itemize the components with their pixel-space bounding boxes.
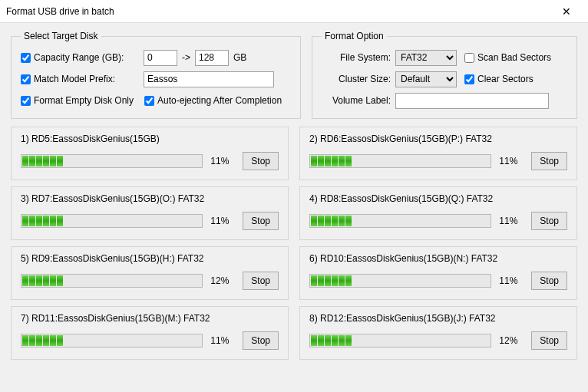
empty-only-checkbox-input[interactable] [21, 96, 31, 106]
progress-segment [29, 275, 35, 286]
progress-segment [43, 216, 49, 226]
progress-segment [50, 156, 56, 166]
progress-segment [318, 216, 324, 226]
progress-bar [21, 154, 203, 168]
progress-segment [50, 335, 56, 346]
progress-bar [309, 214, 491, 228]
progress-segment [43, 275, 49, 286]
window-title: Format USB drive in batch [6, 6, 551, 17]
titlebar: Format USB drive in batch ✕ [0, 0, 588, 23]
capacity-checkbox[interactable]: Capacity Range (GB): [21, 52, 128, 63]
progress-bar [21, 334, 203, 348]
filesystem-select[interactable]: FAT32 [395, 50, 457, 66]
volume-label: Volume Label: [322, 95, 391, 106]
progress-segment [339, 335, 345, 346]
disk-card: 8) RD12:EassosDiskGenius(15GB)(J:) FAT32… [299, 306, 577, 360]
disk-label: 6) RD10:EassosDiskGenius(15GB)(N:) FAT32 [309, 253, 567, 264]
auto-eject-checkbox[interactable]: Auto-ejecting After Completion [144, 95, 282, 106]
stop-button[interactable]: Stop [531, 331, 567, 350]
progress-segment [22, 216, 28, 226]
progress-segment [345, 275, 352, 286]
stop-button[interactable]: Stop [531, 272, 567, 290]
progress-segment [339, 275, 345, 286]
disk-card: 4) RD8:EassosDiskGenius(15GB)(Q:) FAT321… [299, 186, 577, 240]
disk-card: 2) RD6:EassosDiskGenius(15GB)(P:) FAT321… [299, 127, 577, 180]
progress-segment [22, 156, 28, 166]
progress-percent: 11% [210, 335, 235, 346]
target-disk-group: Select Target Disk Capacity Range (GB): … [11, 31, 301, 119]
progress-segment [29, 216, 35, 226]
disk-body: 11%Stop [309, 152, 567, 170]
progress-segment [311, 216, 317, 226]
progress-segment [57, 156, 63, 166]
progress-segment [22, 335, 28, 346]
progress-segment [325, 156, 331, 166]
stop-button[interactable]: Stop [531, 212, 567, 230]
progress-segment [345, 335, 352, 346]
progress-segment [43, 156, 49, 166]
progress-segment [332, 156, 338, 166]
model-label: Match Model Prefix: [34, 74, 115, 84]
disk-label: 4) RD8:EassosDiskGenius(15GB)(Q:) FAT32 [309, 193, 567, 204]
auto-eject-checkbox-input[interactable] [144, 96, 154, 106]
progress-segment [339, 156, 345, 166]
model-prefix-input[interactable] [144, 71, 274, 87]
progress-segment [325, 275, 331, 286]
progress-segment [311, 275, 317, 286]
disk-body: 11%Stop [309, 272, 567, 290]
format-legend: Format Option [322, 31, 387, 41]
capacity-min-input[interactable] [144, 50, 177, 66]
model-checkbox[interactable]: Match Model Prefix: [21, 74, 128, 84]
filesystem-label: File System: [322, 52, 391, 63]
clear-sectors-checkbox-input[interactable] [464, 74, 474, 84]
disk-body: 11%Stop [21, 212, 279, 230]
progress-segment [50, 216, 56, 226]
model-checkbox-input[interactable] [21, 74, 31, 84]
progress-segment [57, 216, 63, 226]
progress-segment [29, 335, 35, 346]
cluster-label: Cluster Size: [322, 74, 391, 84]
disk-label: 1) RD5:EassosDiskGenius(15GB) [21, 133, 279, 144]
disk-grid: 1) RD5:EassosDiskGenius(15GB)11%Stop2) R… [11, 127, 577, 360]
progress-segment [345, 216, 352, 226]
disk-body: 11%Stop [309, 212, 567, 230]
empty-only-label: Format Empty Disk Only [34, 95, 134, 106]
format-option-group: Format Option File System: FAT32 Scan Ba… [312, 31, 577, 119]
disk-body: 12%Stop [21, 272, 279, 290]
capacity-checkbox-input[interactable] [21, 53, 31, 63]
disk-card: 7) RD11:EassosDiskGenius(15GB)(M:) FAT32… [11, 306, 289, 360]
stop-button[interactable]: Stop [243, 272, 279, 290]
progress-segment [36, 275, 42, 286]
capacity-max-input[interactable] [195, 50, 229, 66]
disk-label: 7) RD11:EassosDiskGenius(15GB)(M:) FAT32 [21, 313, 279, 324]
stop-button[interactable]: Stop [243, 212, 279, 230]
scan-bad-sectors-checkbox[interactable]: Scan Bad Sectors [464, 52, 551, 63]
progress-segment [318, 156, 324, 166]
stop-button[interactable]: Stop [243, 331, 279, 350]
filesystem-row: File System: FAT32 Scan Bad Sectors [322, 49, 567, 66]
progress-percent: 11% [210, 156, 235, 166]
disk-card: 3) RD7:EassosDiskGenius(15GB)(O:) FAT321… [11, 186, 289, 240]
stop-button[interactable]: Stop [531, 152, 567, 170]
scan-bad-sectors-checkbox-input[interactable] [464, 53, 474, 63]
disk-body: 12%Stop [309, 331, 567, 350]
disk-label: 3) RD7:EassosDiskGenius(15GB)(O:) FAT32 [21, 193, 279, 204]
clear-sectors-checkbox[interactable]: Clear Sectors [464, 74, 533, 84]
progress-segment [311, 156, 317, 166]
bottom-checks-row: Format Empty Disk Only Auto-ejecting Aft… [21, 92, 291, 109]
progress-segment [36, 156, 42, 166]
progress-bar [309, 154, 491, 168]
volume-label-input[interactable] [395, 93, 549, 109]
disk-card: 5) RD9:EassosDiskGenius(15GB)(H:) FAT321… [11, 246, 289, 300]
progress-segment [345, 156, 352, 166]
stop-button[interactable]: Stop [243, 152, 279, 170]
disk-label: 5) RD9:EassosDiskGenius(15GB)(H:) FAT32 [21, 253, 279, 264]
progress-percent: 11% [499, 156, 524, 166]
disk-label: 8) RD12:EassosDiskGenius(15GB)(J:) FAT32 [309, 313, 567, 324]
empty-only-checkbox[interactable]: Format Empty Disk Only [21, 95, 134, 106]
arrow-icon: -> [182, 52, 190, 63]
close-icon[interactable]: ✕ [551, 1, 582, 22]
cluster-select[interactable]: Default [395, 71, 457, 87]
progress-segment [318, 275, 324, 286]
auto-eject-label: Auto-ejecting After Completion [157, 95, 282, 106]
